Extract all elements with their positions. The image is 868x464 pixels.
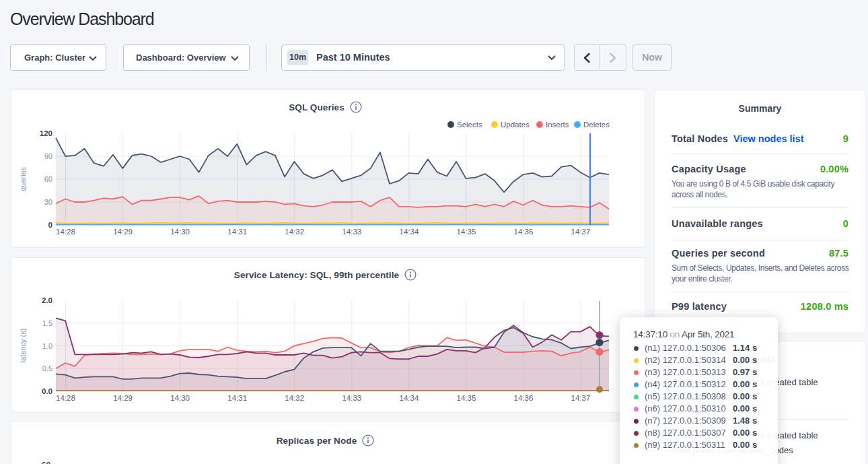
svg-text:14:29: 14:29 xyxy=(113,394,133,402)
svg-text:14:34: 14:34 xyxy=(400,228,419,236)
svg-text:14:35: 14:35 xyxy=(457,228,476,236)
svg-text:14:33: 14:33 xyxy=(342,394,361,402)
svg-text:14:29: 14:29 xyxy=(113,228,133,236)
svg-text:14:28: 14:28 xyxy=(56,228,75,236)
svg-text:14:30: 14:30 xyxy=(170,228,190,236)
svg-text:120: 120 xyxy=(40,129,52,137)
svg-text:14:35: 14:35 xyxy=(457,394,476,402)
svg-text:90: 90 xyxy=(44,152,52,160)
svg-text:2.0: 2.0 xyxy=(42,296,52,304)
svg-text:1.0: 1.0 xyxy=(42,342,52,350)
svg-text:14:34: 14:34 xyxy=(400,394,419,402)
svg-text:0.5: 0.5 xyxy=(42,364,52,372)
svg-text:30: 30 xyxy=(44,198,52,206)
svg-text:0: 0 xyxy=(48,221,52,229)
svg-text:latency (s): latency (s) xyxy=(19,329,27,363)
svg-text:14:36: 14:36 xyxy=(514,394,534,402)
svg-text:14:37: 14:37 xyxy=(571,394,591,402)
svg-text:14:28: 14:28 xyxy=(56,394,75,402)
svg-text:14:37: 14:37 xyxy=(571,228,591,236)
svg-text:14:36: 14:36 xyxy=(514,228,534,236)
svg-text:0.0: 0.0 xyxy=(42,387,52,395)
svg-text:14:33: 14:33 xyxy=(342,228,361,236)
svg-text:14:32: 14:32 xyxy=(285,394,304,402)
svg-text:14:31: 14:31 xyxy=(227,228,247,236)
svg-text:14:30: 14:30 xyxy=(170,394,190,402)
svg-text:1.5: 1.5 xyxy=(42,319,52,327)
svg-text:queries: queries xyxy=(19,166,27,191)
svg-text:60: 60 xyxy=(44,175,52,183)
svg-text:14:31: 14:31 xyxy=(227,394,247,402)
svg-text:14:32: 14:32 xyxy=(285,228,304,236)
